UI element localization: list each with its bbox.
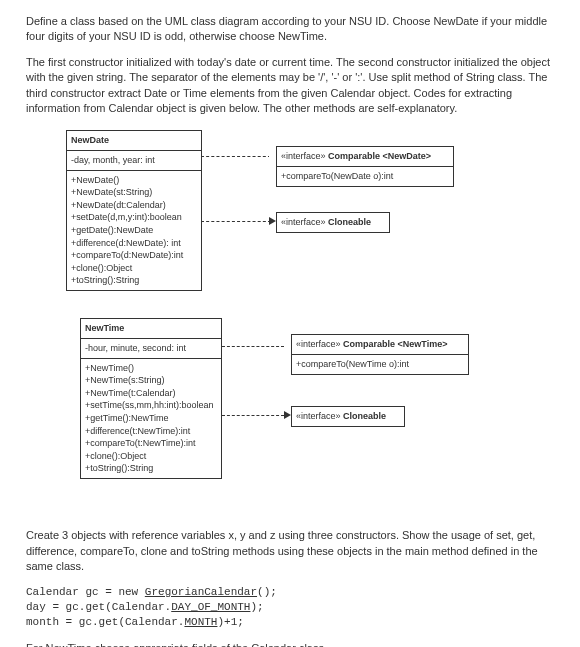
uml-class-newtime: NewTime -hour, minute, second: int +NewT… bbox=[80, 318, 222, 479]
uml-iface-cloneable-time: «interface» Cloneable bbox=[291, 406, 405, 427]
uml-class-name: NewTime bbox=[81, 319, 221, 339]
uml-op: +toString():String bbox=[85, 462, 217, 475]
uml-op: +getDate():NewDate bbox=[71, 224, 197, 237]
uml-realization-arrow bbox=[269, 217, 276, 225]
uml-op: +NewDate(st:String) bbox=[71, 186, 197, 199]
uml-class-ops: +NewDate() +NewDate(st:String) +NewDate(… bbox=[67, 171, 201, 290]
uml-op: +setTime(ss,mm,hh:int):boolean bbox=[85, 399, 217, 412]
uml-realization-arrow bbox=[284, 342, 291, 350]
uml-op: +difference(d:NewDate): int bbox=[71, 237, 197, 250]
uml-realization-arrow bbox=[284, 411, 291, 419]
uml-op: +compareTo(t:NewTime):int bbox=[85, 437, 217, 450]
uml-op: +clone():Object bbox=[71, 262, 197, 275]
uml-iface-comparable-newtime: «interface» Comparable <NewTime> +compar… bbox=[291, 334, 469, 374]
uml-realization-date-clone bbox=[201, 221, 271, 222]
uml-class-attrs: -day, month, year: int bbox=[67, 151, 201, 171]
intro-para-2: The first constructor initialized with t… bbox=[26, 55, 554, 117]
uml-iface-comparable-newdate: «interface» Comparable <NewDate> +compar… bbox=[276, 146, 454, 186]
uml-iface-head: «interface» Cloneable bbox=[292, 407, 404, 426]
code-line: Calendar gc = new GregorianCalendar(); bbox=[26, 586, 277, 598]
uml-iface-method: +compareTo(NewTime o):int bbox=[292, 355, 468, 374]
uml-iface-method: +compareTo(NewDate o):int bbox=[277, 167, 453, 186]
code-line: day = gc.get(Calendar.DAY_OF_MONTH); bbox=[26, 601, 264, 613]
tail-para-2: For NewTime choose appropriate fields of… bbox=[26, 641, 554, 647]
uml-iface-head: «interface» Comparable <NewTime> bbox=[292, 335, 468, 355]
uml-realization-time-clone bbox=[222, 415, 284, 416]
uml-iface-head: «interface» Cloneable bbox=[277, 213, 389, 232]
uml-class-newdate: NewDate -day, month, year: int +NewDate(… bbox=[66, 130, 202, 291]
code-snippet: Calendar gc = new GregorianCalendar(); d… bbox=[26, 585, 554, 631]
uml-realization-time-comp bbox=[222, 346, 284, 347]
uml-op: +clone():Object bbox=[85, 450, 217, 463]
uml-op: +NewTime(t:Calendar) bbox=[85, 387, 217, 400]
uml-op: +getTime():NewTime bbox=[85, 412, 217, 425]
uml-class-attrs: -hour, minute, second: int bbox=[81, 339, 221, 359]
uml-diagram: NewDate -day, month, year: int +NewDate(… bbox=[26, 126, 554, 516]
uml-op: +setDate(d,m,y:int):boolean bbox=[71, 211, 197, 224]
uml-op: +NewDate() bbox=[71, 174, 197, 187]
uml-op: +toString():String bbox=[71, 274, 197, 287]
uml-op: +NewDate(dt:Calendar) bbox=[71, 199, 197, 212]
code-line: month = gc.get(Calendar.MONTH)+1; bbox=[26, 616, 244, 628]
document-page: Define a class based on the UML class di… bbox=[0, 0, 580, 647]
uml-iface-head: «interface» Comparable <NewDate> bbox=[277, 147, 453, 167]
tail-para-1: Create 3 objects with reference variable… bbox=[26, 528, 554, 574]
intro-para-1: Define a class based on the UML class di… bbox=[26, 14, 554, 45]
uml-op: +difference(t:NewTime):int bbox=[85, 425, 217, 438]
uml-realization-date-comp bbox=[201, 156, 271, 157]
uml-op: +NewTime() bbox=[85, 362, 217, 375]
uml-realization-arrow bbox=[269, 152, 276, 160]
uml-class-ops: +NewTime() +NewTime(s:String) +NewTime(t… bbox=[81, 359, 221, 478]
uml-class-name: NewDate bbox=[67, 131, 201, 151]
uml-iface-cloneable-date: «interface» Cloneable bbox=[276, 212, 390, 233]
uml-op: +NewTime(s:String) bbox=[85, 374, 217, 387]
uml-op: +compareTo(d:NewDate):int bbox=[71, 249, 197, 262]
